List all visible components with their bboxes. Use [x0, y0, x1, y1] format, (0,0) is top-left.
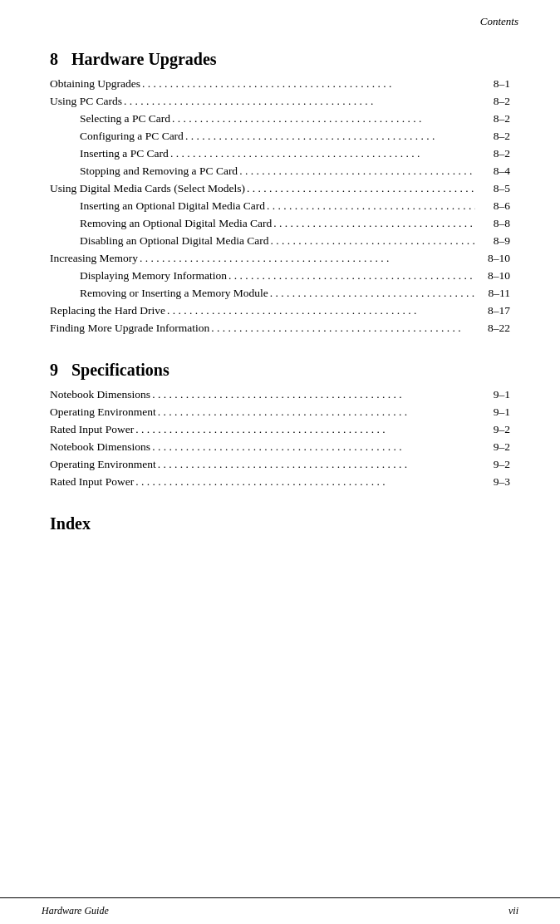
toc-page: 9–1	[477, 405, 510, 419]
toc-item: Using Digital Media Cards (Select Models…	[50, 182, 510, 198]
toc-item: Notebook Dimensions . . . . . . . . . . …	[50, 440, 510, 456]
toc-item: Operating Environment . . . . . . . . . …	[50, 405, 510, 421]
toc-label: Replacing the Hard Drive	[50, 304, 165, 317]
toc-dots: . . . . . . . . . . . . . . . . . . . . …	[167, 304, 475, 317]
toc-page: 8–1	[477, 77, 510, 91]
toc-item: Removing an Optional Digital Media Card …	[50, 217, 510, 233]
toc-item: Disabling an Optional Digital Media Card…	[50, 234, 510, 250]
toc-page: 8–2	[477, 147, 510, 160]
toc-label: Notebook Dimensions	[50, 440, 150, 454]
page-container: Contents 8 Hardware Upgrades Obtaining U…	[0, 0, 560, 924]
toc-label: Increasing Memory	[50, 252, 138, 265]
section-8-number: 8	[50, 50, 58, 69]
toc-dots: . . . . . . . . . . . . . . . . . . . . …	[158, 458, 475, 471]
page-header: Contents	[0, 0, 560, 33]
toc-dots: . . . . . . . . . . . . . . . . . . . . …	[211, 322, 475, 335]
toc-item: Operating Environment . . . . . . . . . …	[50, 458, 510, 474]
section-8-heading: 8 Hardware Upgrades	[50, 50, 510, 69]
section-9: 9 Specifications Notebook Dimensions . .…	[50, 361, 510, 491]
toc-dots: . . . . . . . . . . . . . . . . . . . . …	[152, 440, 475, 454]
toc-item: Notebook Dimensions . . . . . . . . . . …	[50, 388, 510, 404]
toc-item: Increasing Memory . . . . . . . . . . . …	[50, 252, 510, 268]
index-section: Index	[50, 514, 510, 533]
toc-page: 8–4	[477, 165, 510, 178]
toc-page: 8–5	[477, 182, 510, 195]
toc-dots: . . . . . . . . . . . . . . . . . . . . …	[239, 165, 475, 178]
toc-dots: . . . . . . . . . . . . . . . . . . . . …	[270, 287, 475, 300]
toc-item: Selecting a PC Card . . . . . . . . . . …	[50, 112, 510, 128]
toc-item: Obtaining Upgrades . . . . . . . . . . .…	[50, 77, 510, 93]
page-footer: Hardware Guide vii	[0, 897, 560, 924]
toc-dots: . . . . . . . . . . . . . . . . . . . . …	[247, 182, 475, 195]
section-9-number: 9	[50, 361, 58, 380]
toc-item: Rated Input Power . . . . . . . . . . . …	[50, 423, 510, 439]
toc-dots: . . . . . . . . . . . . . . . . . . . . …	[170, 147, 475, 160]
toc-item: Using PC Cards . . . . . . . . . . . . .…	[50, 95, 510, 111]
toc-dots: . . . . . . . . . . . . . . . . . . . . …	[135, 423, 475, 436]
section-8-title: Hardware Upgrades	[71, 50, 217, 69]
toc-page: 8–9	[477, 234, 510, 248]
toc-item: Configuring a PC Card . . . . . . . . . …	[50, 130, 510, 145]
footer-left: Hardware Guide	[42, 905, 109, 917]
toc-dots: . . . . . . . . . . . . . . . . . . . . …	[124, 95, 475, 108]
toc-dots: . . . . . . . . . . . . . . . . . . . . …	[158, 405, 475, 419]
toc-page: 9–1	[477, 388, 510, 401]
toc-dots: . . . . . . . . . . . . . . . . . . . . …	[152, 388, 475, 401]
toc-page: 9–2	[477, 440, 510, 454]
toc-page: 8–2	[477, 95, 510, 108]
toc-label: Obtaining Upgrades	[50, 77, 140, 91]
toc-label: Configuring a PC Card	[80, 130, 184, 143]
toc-label: Selecting a PC Card	[80, 112, 170, 125]
toc-dots: . . . . . . . . . . . . . . . . . . . . …	[228, 269, 475, 283]
toc-label: Displaying Memory Information	[80, 269, 227, 283]
toc-label: Inserting a PC Card	[80, 147, 169, 160]
toc-dots: . . . . . . . . . . . . . . . . . . . . …	[271, 234, 475, 248]
toc-label: Using Digital Media Cards (Select Models…	[50, 182, 245, 195]
section-9-toc: Notebook Dimensions . . . . . . . . . . …	[50, 388, 510, 491]
toc-label: Operating Environment	[50, 405, 156, 419]
header-title: Contents	[480, 15, 518, 28]
toc-page: 8–10	[477, 269, 510, 283]
toc-label: Using PC Cards	[50, 95, 122, 108]
toc-page: 9–3	[477, 475, 510, 489]
toc-item: Inserting an Optional Digital Media Card…	[50, 199, 510, 215]
toc-label: Inserting an Optional Digital Media Card	[80, 199, 265, 213]
toc-label: Notebook Dimensions	[50, 388, 150, 401]
toc-page: 8–17	[477, 304, 510, 317]
toc-item: Rated Input Power . . . . . . . . . . . …	[50, 475, 510, 491]
toc-label: Stopping and Removing a PC Card	[80, 165, 238, 178]
toc-page: 8–11	[477, 287, 510, 300]
toc-page: 8–2	[477, 130, 510, 143]
toc-page: 9–2	[477, 458, 510, 471]
toc-label: Rated Input Power	[50, 423, 134, 436]
toc-item: Finding More Upgrade Information . . . .…	[50, 322, 510, 337]
toc-label: Disabling an Optional Digital Media Card	[80, 234, 269, 248]
toc-page: 8–8	[477, 217, 510, 230]
toc-page: 8–10	[477, 252, 510, 265]
section-9-title: Specifications	[71, 361, 169, 380]
toc-dots: . . . . . . . . . . . . . . . . . . . . …	[273, 217, 475, 230]
toc-dots: . . . . . . . . . . . . . . . . . . . . …	[135, 475, 475, 489]
footer-right: vii	[508, 905, 518, 917]
toc-label: Finding More Upgrade Information	[50, 322, 209, 335]
toc-dots: . . . . . . . . . . . . . . . . . . . . …	[185, 130, 475, 143]
toc-item: Replacing the Hard Drive . . . . . . . .…	[50, 304, 510, 320]
toc-item: Inserting a PC Card . . . . . . . . . . …	[50, 147, 510, 163]
main-content: 8 Hardware Upgrades Obtaining Upgrades .…	[0, 33, 560, 607]
toc-item: Stopping and Removing a PC Card . . . . …	[50, 165, 510, 180]
toc-item: Displaying Memory Information . . . . . …	[50, 269, 510, 285]
section-9-heading: 9 Specifications	[50, 361, 510, 380]
toc-item: Removing or Inserting a Memory Module . …	[50, 287, 510, 302]
toc-dots: . . . . . . . . . . . . . . . . . . . . …	[267, 199, 475, 213]
section-8: 8 Hardware Upgrades Obtaining Upgrades .…	[50, 50, 510, 337]
toc-dots: . . . . . . . . . . . . . . . . . . . . …	[142, 77, 475, 91]
toc-page: 9–2	[477, 423, 510, 436]
toc-page: 8–2	[477, 112, 510, 125]
toc-label: Operating Environment	[50, 458, 156, 471]
toc-label: Removing an Optional Digital Media Card	[80, 217, 272, 230]
toc-page: 8–6	[477, 199, 510, 213]
toc-dots: . . . . . . . . . . . . . . . . . . . . …	[140, 252, 475, 265]
toc-label: Rated Input Power	[50, 475, 134, 489]
index-heading: Index	[50, 514, 91, 533]
toc-dots: . . . . . . . . . . . . . . . . . . . . …	[172, 112, 475, 125]
